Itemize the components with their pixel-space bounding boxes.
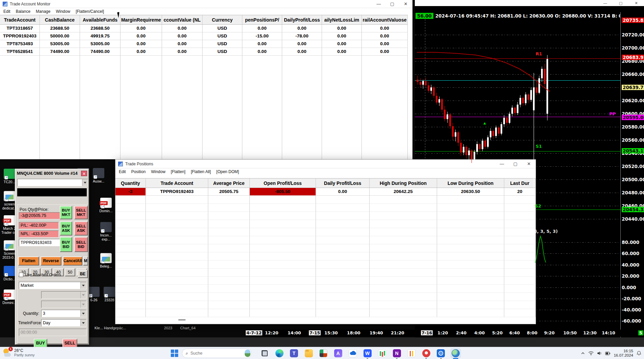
menu-item-manage[interactable]: Manage (36, 9, 50, 14)
start-button[interactable] (170, 349, 179, 357)
chevron-down-icon[interactable] (80, 310, 86, 317)
maximize-icon[interactable]: ▢ (509, 160, 522, 168)
search-input[interactable] (190, 351, 245, 356)
sell-mkt-button[interactable]: SELL MKT (74, 206, 88, 219)
column-header[interactable]: CashBalance (40, 15, 80, 25)
column-header[interactable]: TradeAccount (0, 15, 40, 25)
desktop-icon-incon-exp[interactable]: ↗Incon... exp... (97, 222, 115, 241)
chevron-up-icon[interactable] (581, 351, 585, 355)
reverse-button[interactable]: Reverse (41, 256, 61, 266)
menu-item-position[interactable]: Position (131, 169, 146, 174)
close-icon[interactable]: x (81, 171, 87, 176)
quantity-combo[interactable]: 3 (41, 310, 86, 317)
column-header[interactable]: AvailableFunds (80, 15, 120, 25)
teams-icon[interactable]: T (290, 349, 298, 357)
weather-widget[interactable]: 1 26°C Partly sunny (3, 348, 35, 357)
taskview-icon[interactable] (261, 349, 269, 357)
chevron-down-icon[interactable] (80, 282, 86, 289)
symbol-combo[interactable] (17, 179, 88, 186)
column-header[interactable]: railAccountValuose (362, 15, 408, 25)
menu-item-flatten[interactable]: [Flatten] (171, 169, 185, 174)
close-icon[interactable]: ✕ (628, 0, 644, 6)
search-box[interactable]: ⌕ (182, 349, 252, 358)
minimize-icon[interactable]: — (495, 160, 509, 168)
globe-icon[interactable] (452, 349, 460, 357)
menu-item-open-dom[interactable]: [Open DOM] (216, 169, 239, 174)
column-header[interactable]: Trade Account (146, 178, 208, 188)
menu-item-window[interactable]: Window (56, 9, 70, 14)
chevron-down-icon[interactable] (82, 179, 88, 186)
candles-icon[interactable] (378, 349, 386, 357)
candles2-icon[interactable] (407, 349, 415, 357)
fingerprint-icon[interactable] (437, 349, 445, 357)
close-icon[interactable]: ✕ (399, 0, 412, 8)
minimize-icon[interactable]: — (372, 0, 385, 8)
wifi-icon[interactable] (588, 351, 594, 355)
positions-titlebar[interactable]: Trade Positions — ▢ ✕ (115, 160, 536, 168)
qty-50-button[interactable]: 50 (65, 268, 75, 276)
column-header[interactable]: High During Position (370, 178, 437, 188)
be-button[interactable]: BE (78, 270, 88, 278)
bell-icon[interactable] (637, 351, 641, 356)
chevron-down-icon[interactable] (80, 320, 86, 326)
minimize-icon[interactable]: — (597, 0, 613, 6)
cloud-icon[interactable] (349, 349, 357, 357)
column-header[interactable]: Open Profit/Loss (250, 178, 316, 188)
cancelall-button[interactable]: CancelAll (63, 256, 82, 266)
desktop-icon-beleg[interactable]: ↗Beleg... (97, 253, 115, 268)
column-header[interactable]: Quantity (115, 178, 146, 188)
order-type-combo[interactable]: Market (19, 282, 86, 289)
menu-item-flatten-cancel[interactable]: [Flatten/Cancel] (76, 9, 104, 14)
buy-button[interactable]: BUY (34, 339, 47, 348)
maximize-icon[interactable]: ▢ (385, 0, 399, 8)
buy-ask-button[interactable]: BUY ASK (60, 221, 72, 236)
desktop-icon-ausw[interactable]: ↗Ausw... (90, 168, 107, 183)
monitor-titlebar[interactable]: Trade Account Monitor — ▢ ✕ (0, 0, 412, 8)
webull-icon[interactable]: W (364, 349, 372, 357)
empty-cell (250, 260, 316, 269)
volume-icon[interactable] (597, 351, 602, 355)
order-panel-titlebar[interactable]: MNQU4.CME 8000 Volume #14 x (16, 169, 88, 177)
column-header[interactable]: Daily Profit/Loss (316, 178, 370, 188)
battery-icon[interactable] (605, 352, 610, 355)
menu-item-balance[interactable]: Balance (16, 9, 30, 14)
column-header[interactable]: Average Price (208, 178, 250, 188)
menu-item-window[interactable]: Window (151, 169, 165, 174)
buy-mkt-button[interactable]: BUY MKT (60, 206, 72, 219)
grid-icon[interactable] (319, 349, 327, 357)
folder-icon[interactable] (305, 349, 313, 357)
buy-bid-button[interactable]: BUY BID (60, 237, 72, 252)
m-button[interactable]: M (83, 256, 88, 266)
sell-bid-button[interactable]: SELL BID (74, 237, 88, 252)
column-header[interactable]: ailyNetLossLim (322, 15, 362, 25)
table-row[interactable]: TPPRO919240350000.0049919.750.000.00USD-… (0, 32, 412, 40)
tif-combo[interactable]: Day (41, 319, 86, 327)
flatten-button[interactable]: Flatten (18, 256, 39, 266)
desktop-icon-domin[interactable]: ↗Domin... (97, 198, 115, 213)
column-header[interactable]: Last Dur (504, 178, 536, 188)
table-row[interactable]: TPT875349353005.0053005.000.000.00USD0.0… (0, 40, 412, 48)
sell-ask-button[interactable]: SELL ASK (74, 221, 88, 236)
column-header[interactable]: Low During Position (437, 178, 504, 188)
sell-button[interactable]: SELL (62, 339, 77, 348)
onenote-icon[interactable]: N (393, 349, 401, 357)
column-header[interactable]: MarginRequireme (120, 15, 162, 25)
shield-icon[interactable] (422, 349, 430, 357)
column-header[interactable]: Currency (203, 15, 242, 25)
column-header[interactable]: DailyProfit/Loss (282, 15, 322, 25)
empty-row (115, 301, 536, 309)
use-attached-orders-checkbox[interactable] (19, 273, 23, 277)
horizontal-scrollbar[interactable] (178, 319, 186, 321)
table-row[interactable]: TPT331865723688.5023688.500.000.00USD0.0… (0, 25, 412, 32)
maximize-icon[interactable]: ▢ (613, 0, 628, 6)
atani-icon[interactable]: A (334, 349, 342, 357)
menu-item-edit[interactable]: Edit (119, 169, 126, 174)
column-header[interactable]: ccountValue (NL (162, 15, 203, 25)
column-header[interactable]: penPositionsP/ (242, 15, 282, 25)
edge-icon[interactable] (275, 349, 284, 357)
menu-item-edit[interactable]: Edit (3, 9, 10, 14)
menu-item-flatten-all[interactable]: [Flatten All] (191, 169, 211, 174)
table-row[interactable]: TPT652854174490.0074490.000.000.00USD0.0… (0, 48, 412, 56)
table-row[interactable]: -3TPPRO919240320505.75-805.500.0020642.2… (115, 188, 536, 196)
clock[interactable]: 16:15 16.07.2024 (614, 349, 633, 358)
